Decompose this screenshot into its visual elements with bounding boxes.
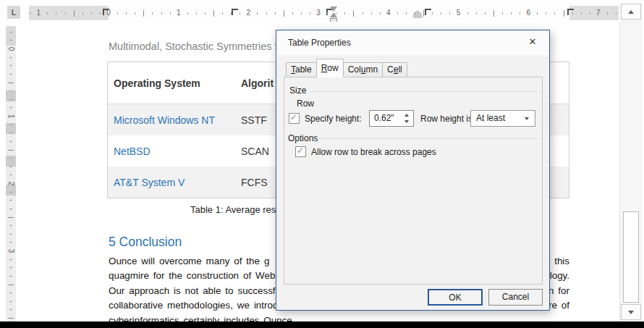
spinner-down-icon[interactable] (404, 120, 409, 123)
specify-height-label: Specify height: (305, 114, 362, 124)
ruler-tick (371, 12, 372, 14)
ruler-tick (590, 12, 590, 14)
bottom-black-strip (0, 321, 644, 328)
ruler-tick (196, 12, 197, 14)
first-line-indent-icon[interactable] (330, 7, 337, 12)
ruler-tick (222, 12, 223, 14)
ruler-tick (9, 133, 12, 133)
height-spinner[interactable]: 0.62" (369, 110, 414, 127)
ruler-number: 0 (106, 6, 111, 20)
tab-row[interactable]: Row (316, 59, 344, 77)
ruler-tick (9, 234, 12, 235)
ruler-tick (9, 91, 12, 91)
tab-stop-marker[interactable] (425, 9, 431, 15)
tab-column[interactable]: Column (343, 62, 383, 77)
scroll-down-button[interactable] (621, 304, 641, 320)
ruler-tick (432, 12, 433, 14)
tab-stop-marker[interactable] (232, 9, 238, 15)
row-height-dropdown[interactable]: At least (470, 110, 535, 127)
vertical-scrollbar[interactable] (620, 4, 643, 321)
dialog-titlebar[interactable]: Table Properties ✕ (276, 30, 549, 55)
tab-label: able (295, 64, 312, 75)
ruler-tick (9, 225, 12, 226)
dropdown-value: At least (476, 113, 505, 123)
ruler-tick (9, 301, 12, 302)
ruler-tick (231, 12, 232, 14)
ruler-tick (9, 107, 12, 108)
ruler-tick (397, 12, 398, 14)
close-button[interactable]: ✕ (523, 35, 542, 49)
ruler-tick (9, 309, 12, 310)
allow-break-checkbox[interactable]: ✓ (295, 146, 306, 157)
horizontal-ruler[interactable]: 101234567 (29, 6, 619, 20)
close-icon: ✕ (529, 36, 537, 47)
arrow-down-icon (628, 311, 634, 314)
ruler-number: 2 (7, 179, 15, 189)
ruler-tick (135, 12, 135, 14)
ok-button[interactable]: OK (428, 289, 483, 306)
ruler-tick (467, 12, 468, 14)
table-cell-os: NetBSD (108, 146, 241, 157)
ruler-number: 1 (7, 112, 15, 122)
ruler-tick (310, 12, 310, 14)
cancel-button[interactable]: Cancel (488, 289, 543, 306)
ruler-tick (9, 74, 12, 75)
vertical-ruler[interactable]: 0123 (6, 26, 16, 322)
tab-cell[interactable]: Cell (382, 62, 407, 77)
tab-page-row: Size Row ✓ Specify height: 0.62" Row hei… (284, 77, 543, 285)
tab-table[interactable]: Table (286, 62, 317, 77)
ruler-tick (554, 12, 555, 14)
table-cell-os: AT&T System V (108, 177, 241, 188)
ruler-tick (117, 12, 118, 14)
ruler-tick (493, 10, 494, 17)
ruler-tick (8, 83, 14, 83)
scrollbar-thumb[interactable] (623, 211, 639, 303)
ruler-tick (564, 10, 564, 17)
options-group-label: Options (288, 133, 318, 143)
ruler-number: 0 (7, 44, 15, 54)
ruler-tick (511, 12, 512, 14)
row-height-is-label: Row height is: (420, 114, 475, 124)
ruler-tick (9, 167, 12, 167)
table-cell-os: Microsoft Windows NT (108, 114, 241, 126)
body-line-left: Ounce will overcome many of the g (109, 254, 269, 269)
ruler-tick (301, 12, 302, 14)
row-boundary-marker[interactable] (6, 91, 16, 101)
ruler-tick (537, 12, 538, 14)
row-label: Row (297, 98, 314, 109)
ruler-tick (9, 293, 12, 293)
scroll-up-button[interactable] (621, 4, 641, 20)
ruler-tick (9, 125, 12, 125)
body-line-left: Our approach is not able to successf (109, 284, 276, 298)
section-heading: 5 Conclusion (109, 235, 182, 250)
body-line-left: collaborative methodologies, we introd (109, 298, 278, 313)
word-window: L 101234567 0123 Multimodal, Stochastic … (0, 0, 644, 328)
body-line-left: quagmire for the construction of Web (109, 269, 275, 283)
tab-stop-marker[interactable] (567, 9, 574, 15)
tab-selector-box[interactable]: L (7, 6, 20, 19)
ruler-tick (9, 259, 12, 260)
chevron-down-icon (525, 117, 529, 120)
ruler-tick (9, 200, 12, 201)
ruler-tick (520, 12, 520, 14)
spinner-up-icon[interactable] (404, 114, 409, 117)
ruler-tick (8, 217, 14, 218)
table-header-cell: Operating System (108, 77, 241, 89)
ruler-tick (363, 12, 363, 14)
ruler-tick (284, 10, 284, 17)
arrow-up-icon (628, 10, 634, 14)
ruler-tick (9, 99, 12, 100)
ruler-tick (581, 12, 582, 14)
height-value[interactable]: 0.62" (374, 113, 394, 123)
ruler-tick (30, 12, 30, 14)
ruler-number: 3 (316, 6, 321, 20)
specify-height-checkbox[interactable]: ✓ (289, 113, 300, 124)
ruler-tick (546, 12, 546, 14)
ruler-tick (9, 192, 12, 193)
ruler-tick (152, 12, 153, 14)
ruler-tick (56, 12, 56, 14)
ruler-tick (441, 12, 441, 14)
ruler-tick (607, 12, 608, 14)
ruler-tick (380, 12, 381, 14)
ruler-tick (9, 141, 12, 142)
